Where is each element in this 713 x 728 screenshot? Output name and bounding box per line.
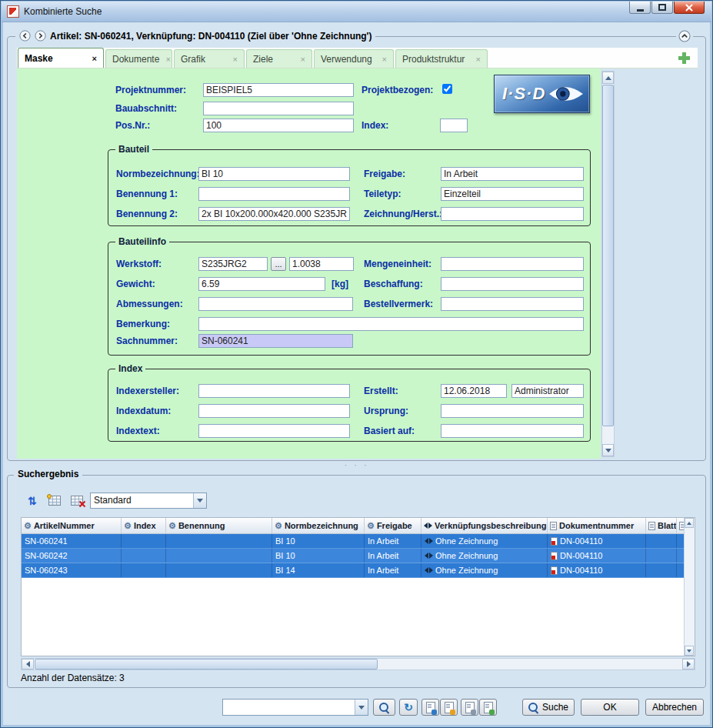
add-tab-button[interactable] xyxy=(678,52,690,64)
tab-produktstruktur[interactable]: Produktstruktur × xyxy=(395,49,488,68)
refresh-results-button[interactable]: ⇅ xyxy=(23,493,42,509)
collapse-button[interactable] xyxy=(678,30,691,42)
beschaffung-input[interactable] xyxy=(441,277,584,291)
indexersteller-input[interactable] xyxy=(198,384,350,398)
search-options-button[interactable] xyxy=(373,699,395,716)
erstellt-datum-input[interactable] xyxy=(441,384,507,398)
nav-back-button[interactable] xyxy=(19,30,31,42)
column-header-index[interactable]: ⚙ Index xyxy=(122,518,166,533)
benennung2-input[interactable] xyxy=(198,207,350,221)
mask-form: Projektnummer: Projektbezogen: I·S·D Bau… xyxy=(17,68,601,459)
tab-label: Grafik xyxy=(181,54,205,65)
bestellvermerk-input[interactable] xyxy=(441,297,584,311)
indextext-input[interactable] xyxy=(198,424,350,438)
document-icon xyxy=(648,522,655,530)
result-view-select[interactable]: Standard xyxy=(90,493,207,509)
teiletyp-input[interactable] xyxy=(441,187,584,201)
results-legend: Suchergebnis xyxy=(14,469,82,479)
werkstoffnummer-input[interactable] xyxy=(289,257,354,271)
column-header-blatt[interactable]: Blatt xyxy=(646,518,677,533)
column-label: Verknüpfungsbeschreibung xyxy=(435,521,546,530)
scroll-down-button[interactable] xyxy=(602,444,614,456)
werkstoff-browse-button[interactable]: ... xyxy=(271,257,286,271)
abmessungen-input[interactable] xyxy=(198,297,353,311)
scroll-left-button[interactable] xyxy=(22,659,34,670)
column-header-benennung[interactable]: ⚙ Benennung xyxy=(166,518,272,533)
scroll-thumb[interactable] xyxy=(602,85,614,426)
tab-grafik[interactable]: Grafik × xyxy=(174,49,245,68)
article-icon: ⚙ xyxy=(275,522,282,530)
column-header-normbezeichnung[interactable]: ⚙ Normbezeichnung xyxy=(272,518,365,533)
column-label: Index xyxy=(134,521,156,530)
table-row-2[interactable]: SN-060242 BI 10 In Arbeit Ohne Zeichnung… xyxy=(22,549,684,563)
tab-close-icon[interactable]: × xyxy=(165,55,170,64)
tab-ziele[interactable]: Ziele × xyxy=(246,49,312,68)
table-row-3[interactable]: SN-060243 BI 14 In Arbeit Ohne Zeichnung… xyxy=(22,563,684,578)
scroll-up-button[interactable] xyxy=(602,72,614,84)
cell-text: Ohne Zeichnung xyxy=(435,566,498,575)
basiert-auf-input[interactable] xyxy=(441,424,584,438)
tab-verwendung[interactable]: Verwendung × xyxy=(314,49,394,68)
tab-close-icon[interactable]: × xyxy=(301,55,305,64)
reload-button[interactable]: ↻ xyxy=(399,699,418,716)
nav-forward-button[interactable] xyxy=(35,30,46,42)
gewicht-unit-label: [kg] xyxy=(332,279,348,289)
edit-document-button[interactable] xyxy=(440,699,458,716)
mengeneinheit-input[interactable] xyxy=(441,257,584,271)
column-header-freigabe[interactable]: ⚙ Freigabe xyxy=(365,518,421,533)
results-horizontal-scrollbar[interactable] xyxy=(21,658,695,670)
scroll-thumb[interactable] xyxy=(35,659,378,670)
new-document-button[interactable] xyxy=(421,699,439,716)
cell-artikelnummer: SN-060241 xyxy=(22,534,122,548)
footer-select[interactable] xyxy=(222,699,368,716)
tab-close-icon[interactable]: × xyxy=(233,55,238,64)
indexdatum-input[interactable] xyxy=(198,404,350,418)
splitter-handle[interactable]: · · · xyxy=(1,460,712,469)
tab-maske[interactable]: Maske × xyxy=(18,48,104,68)
export-results-button[interactable] xyxy=(45,493,64,509)
close-button[interactable] xyxy=(674,2,705,14)
mask-scrollbar[interactable] xyxy=(601,71,615,457)
search-button[interactable]: Suche xyxy=(522,699,575,716)
projektnummer-input[interactable] xyxy=(203,83,354,97)
tab-close-icon[interactable]: × xyxy=(92,54,97,63)
projektbezogen-checkbox[interactable] xyxy=(442,84,452,94)
index-input[interactable] xyxy=(440,119,468,132)
werkstoff-input[interactable] xyxy=(198,257,268,271)
tab-close-icon[interactable]: × xyxy=(382,55,387,64)
ursprung-input[interactable] xyxy=(441,404,584,418)
document-settings-button[interactable] xyxy=(461,699,478,716)
benennung1-input[interactable] xyxy=(198,187,350,201)
titlebar[interactable]: Kombinierte Suche xyxy=(2,2,711,22)
copy-document-button[interactable] xyxy=(479,699,497,716)
gewicht-input[interactable] xyxy=(198,277,325,291)
table-row-1[interactable]: SN-060241 BI 10 In Arbeit Ohne Zeichnung… xyxy=(22,534,684,549)
cancel-button[interactable]: Abbrechen xyxy=(645,699,704,716)
article-group-legend: Artikel: SN-060241, Verknüpfung: DN-0041… xyxy=(15,30,375,42)
tab-close-icon[interactable]: × xyxy=(476,55,481,64)
maximize-button[interactable] xyxy=(651,2,673,14)
erstellt-von-input[interactable] xyxy=(511,384,584,398)
clear-results-button[interactable] xyxy=(68,493,86,509)
bauabschnitt-input[interactable] xyxy=(203,102,354,115)
bauteilinfo-fieldset: Bauteilinfo Werkstoff: ... Mengeneinheit… xyxy=(108,242,591,356)
scroll-right-button[interactable] xyxy=(682,659,695,670)
table-vertical-scrollbar[interactable] xyxy=(684,518,695,656)
column-header-verknuepfungsbeschreibung[interactable]: Verknüpfungsbeschreibung xyxy=(421,518,548,533)
sachnummer-input[interactable] xyxy=(198,334,353,348)
posnr-input[interactable] xyxy=(203,119,354,132)
column-header-artikelnummer[interactable]: ⚙ ArtikelNummer xyxy=(22,518,122,533)
tab-dokumente[interactable]: Dokumente × xyxy=(105,49,172,68)
bemerkung-input[interactable] xyxy=(198,317,584,331)
ok-button[interactable]: OK xyxy=(581,699,639,716)
normbezeichnung-input[interactable] xyxy=(198,167,350,181)
freigabe-input[interactable] xyxy=(441,167,584,181)
zeichnung-input[interactable] xyxy=(441,207,584,221)
minimize-button[interactable] xyxy=(629,2,651,14)
article-icon: ⚙ xyxy=(168,522,176,530)
column-header-dokumentnummer[interactable]: Dokumentnummer xyxy=(548,518,646,533)
cell-dokumentnummer: DN-004110 xyxy=(548,563,646,577)
freigabe-label: Freigabe: xyxy=(364,169,405,179)
scroll-down-button[interactable] xyxy=(685,646,694,656)
scroll-up-button[interactable] xyxy=(685,518,694,528)
